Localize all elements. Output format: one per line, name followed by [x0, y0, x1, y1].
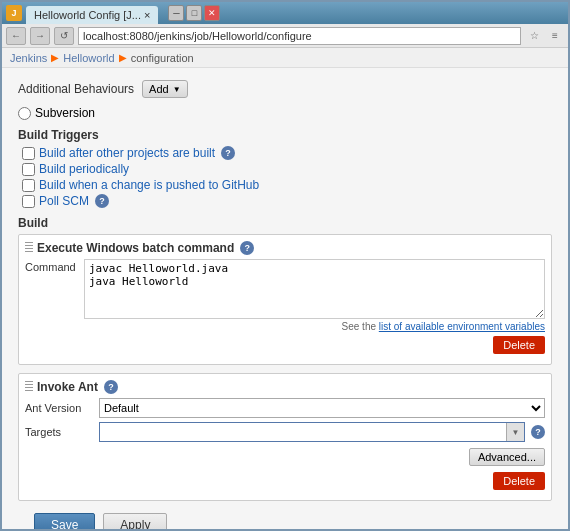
window-frame: J Helloworld Config [J... × ─ □ ✕ ← → ↺: [0, 0, 570, 531]
trigger3-label: Build when a change is pushed to GitHub: [39, 178, 259, 192]
breadcrumb-sep1: ▶: [51, 52, 59, 63]
tab-list: Helloworld Config [J... ×: [26, 2, 160, 24]
trigger1-checkbox[interactable]: [22, 147, 35, 160]
action-buttons-row: Save Apply: [18, 505, 552, 529]
invoke-ant-title: Invoke Ant: [37, 380, 98, 394]
targets-help-icon[interactable]: ?: [531, 425, 545, 439]
targets-label: Targets: [25, 426, 95, 438]
app-icon: J: [6, 5, 22, 21]
additional-behaviours-label: Additional Behaviours: [18, 82, 134, 96]
delete2-button[interactable]: Delete: [493, 472, 545, 490]
menu-icon[interactable]: ≡: [546, 27, 564, 45]
ant-version-label: Ant Version: [25, 402, 95, 414]
browser-bar: ← → ↺ ☆ ≡: [2, 24, 568, 48]
execute-windows-help-icon[interactable]: ?: [240, 241, 254, 255]
delete1-button[interactable]: Delete: [493, 336, 545, 354]
subversion-radio[interactable]: [18, 107, 31, 120]
trigger2-checkbox[interactable]: [22, 163, 35, 176]
refresh-button[interactable]: ↺: [54, 27, 74, 45]
add-btn-label: Add: [149, 83, 169, 95]
execute-windows-header: Execute Windows batch command ?: [25, 241, 545, 255]
ant-advanced-row: Advanced...: [25, 446, 545, 468]
main-content: Additional Behaviours Add ▼ Subversion B…: [2, 68, 568, 529]
trigger4-help-icon[interactable]: ?: [95, 194, 109, 208]
invoke-ant-help-icon[interactable]: ?: [104, 380, 118, 394]
ant-version-select[interactable]: Default: [99, 398, 545, 418]
breadcrumb-sep2: ▶: [119, 52, 127, 63]
targets-dropdown-icon[interactable]: ▼: [506, 423, 524, 441]
subversion-row: Subversion: [18, 106, 552, 120]
additional-behaviours-row: Additional Behaviours Add ▼: [18, 76, 552, 98]
save-button[interactable]: Save: [34, 513, 95, 529]
add-btn-arrow-icon: ▼: [173, 85, 181, 94]
breadcrumb: Jenkins ▶ Helloworld ▶ configuration: [2, 48, 568, 68]
targets-row: Targets ▼ ?: [25, 422, 545, 442]
delete1-row: Delete: [25, 332, 545, 358]
env-vars-prefix: See the: [342, 321, 379, 332]
env-vars-link-row: See the list of available environment va…: [25, 321, 545, 332]
command-textarea[interactable]: javac Helloworld.java java Helloworld: [84, 259, 545, 319]
targets-input[interactable]: [100, 423, 506, 441]
trigger1-row: Build after other projects are built ?: [18, 146, 552, 160]
invoke-ant-header: Invoke Ant ?: [25, 380, 545, 394]
execute-windows-block: Execute Windows batch command ? Command …: [18, 234, 552, 365]
breadcrumb-helloworld[interactable]: Helloworld: [63, 52, 114, 64]
content-area: Additional Behaviours Add ▼ Subversion B…: [2, 68, 568, 529]
build-section: Build Execute Windows batch command ? Co…: [18, 216, 552, 501]
active-tab[interactable]: Helloworld Config [J... ×: [26, 6, 158, 24]
targets-input-group: ▼: [99, 422, 525, 442]
trigger3-checkbox[interactable]: [22, 179, 35, 192]
execute-windows-title: Execute Windows batch command: [37, 241, 234, 255]
ant-drag-handle-icon[interactable]: [25, 381, 33, 393]
trigger4-label: Poll SCM: [39, 194, 89, 208]
window-controls: ─ □ ✕: [168, 5, 220, 21]
title-bar: J Helloworld Config [J... × ─ □ ✕: [2, 2, 568, 24]
trigger2-row: Build periodically: [18, 162, 552, 176]
minimize-button[interactable]: ─: [168, 5, 184, 21]
build-header: Build: [18, 216, 552, 230]
trigger1-label: Build after other projects are built: [39, 146, 215, 160]
delete2-row: Delete: [25, 468, 545, 494]
command-row: Command javac Helloworld.java java Hello…: [25, 259, 545, 319]
command-label: Command: [25, 259, 80, 273]
drag-handle-icon[interactable]: [25, 242, 33, 254]
invoke-ant-block: Invoke Ant ? Ant Version Default Targets: [18, 373, 552, 501]
ant-version-row: Ant Version Default: [25, 398, 545, 418]
back-button[interactable]: ←: [6, 27, 26, 45]
trigger4-row: Poll SCM ?: [18, 194, 552, 208]
subversion-label: Subversion: [35, 106, 95, 120]
env-vars-link[interactable]: list of available environment variables: [379, 321, 545, 332]
maximize-button[interactable]: □: [186, 5, 202, 21]
add-button[interactable]: Add ▼: [142, 80, 188, 98]
trigger4-checkbox[interactable]: [22, 195, 35, 208]
advanced-button[interactable]: Advanced...: [469, 448, 545, 466]
tab-label: Helloworld Config [J... ×: [34, 9, 150, 21]
forward-button[interactable]: →: [30, 27, 50, 45]
address-bar[interactable]: [78, 27, 521, 45]
build-triggers-header: Build Triggers: [18, 128, 552, 142]
star-icon[interactable]: ☆: [525, 27, 543, 45]
breadcrumb-jenkins[interactable]: Jenkins: [10, 52, 47, 64]
browser-icon-group: ☆ ≡: [525, 27, 564, 45]
trigger2-label: Build periodically: [39, 162, 129, 176]
trigger1-help-icon[interactable]: ?: [221, 146, 235, 160]
breadcrumb-configuration: configuration: [131, 52, 194, 64]
close-button[interactable]: ✕: [204, 5, 220, 21]
trigger3-row: Build when a change is pushed to GitHub: [18, 178, 552, 192]
apply-button[interactable]: Apply: [103, 513, 167, 529]
